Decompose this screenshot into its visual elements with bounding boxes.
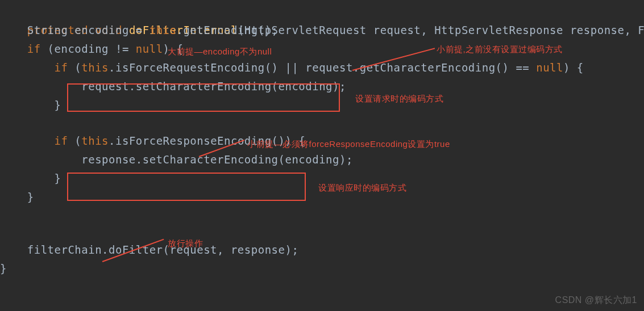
annotation-release: 放行操作 [168,238,203,249]
code-line: } [0,259,644,278]
brace: ) { [563,61,584,74]
condition: (encoding != [41,43,136,55]
var-name: encoding [74,24,129,36]
brace: } [55,172,61,184]
keyword-this: this [81,61,109,74]
annotation-small-premise-2: 小前提—必须将forceResponseEncoding设置为true [247,139,450,150]
code-line: filterChain.doFilter(request, response); [0,241,644,259]
code-line: if (this.isForceRequestEncoding() || req… [0,58,644,77]
annotation-request-encoding: 设置请求时的编码方式 [355,94,443,104]
code-line: response.setCharacterEncoding(encoding); [0,150,644,169]
statement: response.setCharacterEncoding(encoding); [81,153,353,166]
keyword-this: this [81,135,109,147]
keyword-this: this [149,24,177,36]
empty-line [0,207,644,224]
method-call: .getEncoding(); [176,24,278,36]
paren: ( [68,61,81,74]
keyword-if: if [55,135,68,147]
keyword-if: if [27,43,41,55]
annotation-small-premise-1: 小前提,之前没有设置过编码方式 [437,44,563,55]
empty-line [0,115,644,132]
keyword-if: if [55,61,68,74]
empty-line [0,224,644,241]
statement: request.setCharacterEncoding(encoding); [81,80,346,93]
keyword-null: null [136,43,163,55]
paren: ( [68,135,81,147]
code-line: request.setCharacterEncoding(encoding); [0,77,644,96]
brace: } [0,262,7,275]
condition: .isForceRequestEncoding() || request.get… [109,61,536,74]
code-line: String encoding = this.getEncoding(); [0,21,644,40]
operator: = [129,24,149,36]
watermark: CSDN @辉长六加1 [555,295,637,306]
keyword-null: null [536,61,563,74]
annotation-response-encoding: 设置响应时的编码方式 [318,183,406,194]
brace: } [27,191,34,203]
brace: } [55,99,61,111]
statement: filterChain.doFilter(request, response); [27,243,299,256]
annotation-big-premise: 大前提—encoding不为null [168,47,272,57]
type-string: String [27,24,68,36]
code-line: protected void doFilterInternal(HttpServ… [0,2,644,21]
code-line: } [0,96,644,115]
